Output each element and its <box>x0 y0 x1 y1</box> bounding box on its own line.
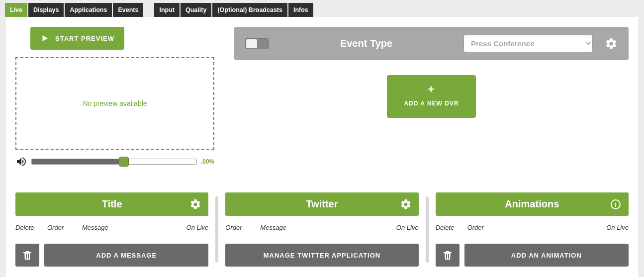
title-trash-button[interactable] <box>15 244 39 267</box>
volume-slider[interactable] <box>31 159 197 165</box>
add-message-button[interactable]: ADD A MESSAGE <box>44 244 208 267</box>
card-animations-header: Animations <box>436 192 629 216</box>
plus-icon: + <box>428 84 435 95</box>
tab-input[interactable]: Input <box>154 3 180 17</box>
main-panel: START PREVIEW No preview available .00% <box>5 17 639 277</box>
animations-trash-button[interactable] <box>436 244 460 267</box>
speaker-icon <box>15 156 27 168</box>
title-columns: Delete Order Message On Live <box>15 216 208 237</box>
tab-events[interactable]: Events <box>113 3 143 17</box>
trash-icon <box>21 249 33 261</box>
volume-row: .00% <box>15 156 214 168</box>
tabs-bar: Live Displays Applications Events Input … <box>5 3 639 17</box>
tab-broadcasts[interactable]: (Optional) Broadcasts <box>212 3 287 17</box>
card-twitter-header: Twitter <box>225 192 418 216</box>
event-toggle[interactable] <box>245 38 269 49</box>
trash-icon <box>442 249 454 261</box>
tab-quality[interactable]: Quality <box>181 3 211 17</box>
add-animation-button[interactable]: ADD AN ANIMATION <box>464 244 629 267</box>
col-message: Message <box>260 224 396 231</box>
start-preview-button[interactable]: START PREVIEW <box>30 27 124 50</box>
preview-area: No preview available <box>15 57 214 150</box>
tab-infos[interactable]: Infos <box>288 3 313 17</box>
card-title-header: Title <box>15 192 208 216</box>
no-preview-text: No preview available <box>83 99 147 107</box>
card-title: Title Delete Order Message On Live ADD A… <box>15 192 208 267</box>
info-icon[interactable] <box>610 198 622 210</box>
add-dvr-label: ADD A NEW DVR <box>404 100 459 107</box>
col-delete: Delete <box>15 224 47 231</box>
add-dvr-button[interactable]: + ADD A NEW DVR <box>387 75 475 118</box>
col-onlive: On Live <box>186 224 209 231</box>
twitter-columns: Order Message On Live <box>225 216 418 237</box>
card-twitter-heading: Twitter <box>306 198 338 210</box>
gear-icon[interactable] <box>189 198 201 210</box>
event-type-bar: Event Type Press Conference <box>234 27 629 60</box>
col-onlive: On Live <box>606 224 629 231</box>
col-delete: Delete <box>436 224 467 231</box>
volume-percent: .00% <box>201 158 214 165</box>
tab-applications[interactable]: Applications <box>65 3 112 17</box>
event-type-select[interactable]: Press Conference <box>463 35 593 52</box>
gear-icon[interactable] <box>400 198 412 210</box>
card-animations-heading: Animations <box>505 198 559 210</box>
col-order: Order <box>225 224 260 231</box>
col-order: Order <box>47 224 82 231</box>
card-animations: Animations Delete Order On Live ADD AN A… <box>436 192 629 267</box>
col-onlive: On Live <box>396 224 419 231</box>
manage-twitter-button[interactable]: MANAGE TWITTER APPLICATION <box>225 244 418 267</box>
card-title-heading: Title <box>102 198 122 210</box>
animations-columns: Delete Order On Live <box>436 216 629 237</box>
col-message: Message <box>82 224 186 231</box>
volume-thumb[interactable] <box>119 157 129 167</box>
event-type-label: Event Type <box>281 38 452 49</box>
gear-icon[interactable] <box>605 37 618 50</box>
play-icon <box>40 34 49 43</box>
col-order: Order <box>467 224 502 231</box>
card-twitter: Twitter Order Message On Live MANAGE TWI… <box>225 192 418 267</box>
tab-displays[interactable]: Displays <box>28 3 64 17</box>
start-preview-label: START PREVIEW <box>55 35 114 42</box>
tab-live[interactable]: Live <box>5 3 27 17</box>
